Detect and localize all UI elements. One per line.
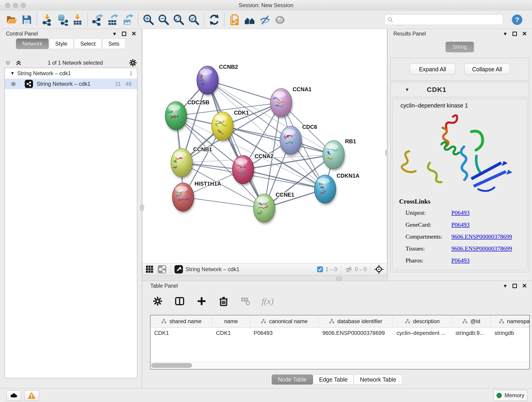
gene-details-content: cyclin–dependent kinase 1 CrossLinks Uni… (393, 99, 527, 270)
float-panel-icon[interactable] (513, 32, 517, 36)
tab-string[interactable]: String (445, 42, 474, 52)
save-session-button[interactable] (19, 12, 34, 27)
collapse-all-networks-icon[interactable] (5, 59, 12, 66)
tab-network[interactable]: Network (16, 38, 49, 49)
table-header-row: shared name name canonical name database… (151, 315, 529, 327)
export-network-button[interactable] (90, 12, 105, 27)
zoom-out-button[interactable] (156, 12, 171, 27)
import-network-database-button[interactable] (55, 12, 70, 27)
expand-all-networks-icon[interactable] (15, 59, 22, 66)
column-header-canonical-name[interactable]: canonical name (250, 315, 319, 327)
open-session-button[interactable] (4, 12, 19, 27)
search-field (385, 14, 503, 25)
network-edge-CCNE1-HIST1H1A[interactable] (183, 197, 264, 208)
uniprot-link[interactable]: P06493 (451, 210, 469, 216)
pharos-link[interactable]: P06493 (451, 257, 469, 264)
left-splitter-handle[interactable] (140, 204, 144, 211)
tab-node-table[interactable]: Node Table (272, 375, 313, 385)
node-gloss-highlight (326, 143, 338, 149)
help-button[interactable]: ? (510, 12, 525, 27)
import-network-icon (41, 14, 53, 26)
horizontal-splitter-handle[interactable] (336, 276, 342, 281)
export-table-button[interactable] (105, 12, 120, 27)
compartments-link[interactable]: 9606.ENSP00000378699 (451, 233, 512, 240)
network-node-HIST1H1A[interactable]: HIST1H1A (172, 181, 221, 211)
hidden-eye-slash-icon[interactable] (345, 265, 353, 273)
gear-icon (152, 296, 163, 306)
network-graph[interactable]: CCNB2CCNA1CDC25BCDK1CDC6RB1CCNB1CCNA2CDK… (142, 29, 387, 263)
cloud-status-button[interactable] (6, 390, 21, 401)
network-collection-row[interactable]: ▼ String Network – cdk1 1 (5, 68, 137, 79)
column-header-namespace[interactable]: namespace (491, 315, 530, 327)
horizontal-scrollbar[interactable] (151, 362, 529, 369)
network-edge-CCNE1-CCNB2[interactable] (208, 80, 264, 208)
network-selection-status: 1 of 1 Network selected (22, 60, 128, 66)
network-node-CDK1[interactable]: CDK1 (212, 109, 249, 140)
zoom-fit-button[interactable] (171, 12, 186, 27)
memory-button[interactable]: Memory (494, 390, 527, 401)
show-all-button[interactable] (272, 12, 288, 27)
float-panel-icon[interactable] (513, 284, 517, 288)
refresh-button[interactable] (207, 12, 222, 27)
genecard-link[interactable]: P06493 (451, 221, 469, 228)
network-node-CDKN1A[interactable]: CDKN1A (314, 172, 360, 203)
collapse-panel-icon[interactable]: ▼ (503, 283, 507, 288)
warnings-button[interactable] (24, 390, 39, 401)
network-node-RB1[interactable]: RB1 (323, 138, 356, 169)
show-columns-button[interactable] (173, 294, 186, 308)
close-panel-icon[interactable]: ✕ (131, 31, 136, 37)
network-node-CDC6[interactable]: CDC6 (280, 124, 317, 154)
tab-style[interactable]: Style (49, 38, 74, 49)
function-builder-button-disabled: f(x) (261, 294, 274, 308)
table-options-button[interactable] (151, 294, 164, 308)
close-panel-icon[interactable]: ✕ (522, 31, 527, 37)
collapse-panel-icon[interactable]: ▼ (503, 32, 507, 36)
network-node-CCNE1[interactable]: CCNE1 (253, 191, 294, 222)
grid-view-icon[interactable] (146, 265, 154, 274)
tab-select[interactable]: Select (74, 38, 102, 49)
float-panel-icon[interactable] (122, 32, 126, 36)
hide-selected-button[interactable] (257, 12, 272, 27)
column-header-name[interactable]: name (212, 315, 250, 327)
eye-slash-icon (259, 14, 271, 26)
network-node-CCNB2[interactable]: CCNB2 (197, 64, 238, 95)
export-image-button[interactable] (120, 12, 136, 27)
scrollbar-thumb[interactable] (151, 363, 192, 368)
collapse-panel-icon[interactable]: ▼ (112, 32, 117, 36)
network-edge-CDK1-RB1[interactable] (222, 126, 334, 155)
delete-column-button[interactable] (217, 294, 230, 308)
import-table-button[interactable] (70, 12, 85, 27)
selected-checkbox-icon[interactable] (317, 266, 323, 273)
table-row[interactable]: CDK1 CDK1 P06493 9606.ENSP00000378699 cy… (151, 327, 529, 338)
network-canvas[interactable]: CCNB2CCNA1CDC25BCDK1CDC6RB1CCNB1CCNA2CDK… (142, 29, 387, 263)
gene-expander-icon[interactable]: ▼ (405, 87, 409, 92)
close-panel-icon[interactable]: ✕ (522, 283, 527, 289)
fx-icon: f(x) (262, 296, 274, 306)
column-header-description[interactable]: description (393, 315, 452, 327)
string-view-icon[interactable] (157, 265, 167, 274)
tissues-link[interactable]: 9606.ENSP00000378699 (451, 245, 512, 252)
zoom-in-button[interactable] (141, 12, 156, 27)
network-node-CCNA2[interactable]: CCNA2 (232, 153, 273, 184)
home-species-button[interactable] (242, 12, 257, 27)
tab-network-table[interactable]: Network Table (354, 375, 402, 385)
fit-crosshair-icon[interactable] (374, 264, 384, 274)
zoom-selected-button[interactable] (186, 12, 201, 27)
column-header-shared-name[interactable]: shared name (151, 315, 212, 327)
network-options-gear-icon[interactable] (128, 58, 137, 67)
column-header-database-identifier[interactable]: database identifier (319, 315, 393, 327)
tab-sets[interactable]: Sets (102, 38, 126, 49)
import-network-file-button[interactable] (40, 12, 55, 27)
expand-all-button[interactable]: Expand All (410, 64, 455, 75)
network-edge-CCNA2-CDKN1A[interactable] (243, 170, 325, 189)
tree-expander-icon[interactable]: ▼ (10, 71, 17, 76)
tab-edge-table[interactable]: Edge Table (313, 375, 354, 385)
string-import-button[interactable] (227, 12, 242, 27)
column-header-id[interactable]: @id (452, 315, 491, 327)
create-column-button[interactable] (195, 294, 208, 308)
network-row-selected[interactable]: String Network – cdk1 11 48 (5, 79, 137, 89)
network-edge-CCNB2-CCNA1[interactable] (208, 80, 281, 103)
birds-eye-view-icon[interactable] (174, 265, 183, 274)
search-input[interactable] (393, 17, 500, 23)
collapse-all-button[interactable]: Collapse All (464, 64, 510, 75)
